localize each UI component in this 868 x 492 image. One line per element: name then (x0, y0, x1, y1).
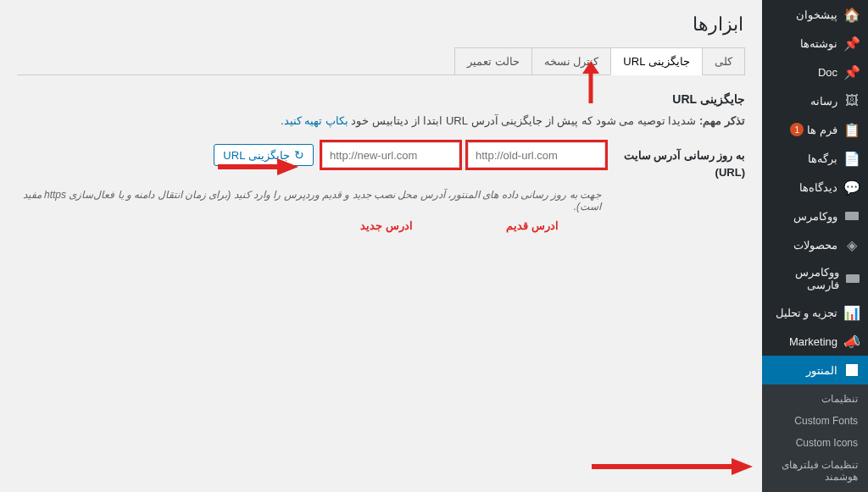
submenu-settings[interactable]: تنظیمات (762, 388, 868, 410)
sidebar-item-label: المنتور (806, 364, 837, 377)
elementor-icon (844, 362, 860, 378)
main-content: ابزارها کلی جایگزینی URL کنترل نسخه حالت… (0, 0, 762, 249)
old-url-input[interactable] (468, 142, 605, 168)
dashboard-icon: 🏠 (844, 7, 860, 22)
sidebar-item-comments[interactable]: 💬 دیدگاه‌ها (762, 173, 868, 202)
helper-text: جهت به روز رسانی داده های المنتور، آدرس … (17, 189, 601, 213)
admin-sidebar: 🏠 پیشخوان 📌 نوشته‌ها 📌 Doc 🖼 رسانه 📋 فرم… (762, 0, 868, 492)
sidebar-item-doc[interactable]: 📌 Doc (762, 58, 868, 86)
tabs: کلی جایگزینی URL کنترل نسخه حالت تعمیر (17, 47, 745, 75)
sidebar-item-media[interactable]: 🖼 رسانه (762, 86, 868, 115)
pin-icon: 📌 (844, 64, 860, 80)
sidebar-item-elementor[interactable]: المنتور (762, 356, 868, 384)
submenu-custom-icons[interactable]: Custom Icons (762, 432, 868, 454)
submenu-role-manager[interactable]: مدیریت نقش‌ها (762, 488, 868, 492)
page-icon: 📄 (844, 151, 860, 166)
sidebar-item-label: تجزیه و تحلیل (776, 307, 837, 319)
sidebar-item-label: برگه‌ها (808, 152, 837, 165)
sidebar-item-label: رسانه (810, 95, 837, 108)
annotation-arrow-sidebar (592, 456, 753, 478)
tab-general[interactable]: کلی (702, 47, 745, 75)
pin-icon: 📌 (844, 36, 860, 51)
inputs-wrap: ↻ جایگزینی URL (214, 142, 605, 168)
sidebar-item-pages[interactable]: 📄 برگه‌ها (762, 144, 868, 173)
warning-text: شدیدا توصیه می شود که پیش از جایگزینی آد… (351, 114, 696, 127)
product-icon: ◈ (844, 237, 860, 252)
svg-rect-1 (846, 274, 860, 283)
sidebar-item-label: محصولات (793, 239, 837, 252)
refresh-icon: ↻ (294, 148, 304, 162)
sidebar-item-woofa[interactable]: ووکامرس فارسی (762, 259, 868, 298)
tab-version-control[interactable]: کنترل نسخه (531, 47, 612, 75)
sidebar-item-marketing[interactable]: 📣 Marketing (762, 327, 868, 356)
section-replace-url: جایگزینی URL تذکر مهم: شدیدا توصیه می شو… (17, 92, 745, 232)
svg-rect-0 (845, 212, 859, 220)
sidebar-item-dashboard[interactable]: 🏠 پیشخوان (762, 0, 868, 29)
new-url-input[interactable] (322, 142, 459, 168)
old-caption: ادرس قدیم (464, 219, 601, 232)
megaphone-icon: 📣 (844, 334, 860, 349)
form-label: به روز رسانی آدرس سایت (URL) (605, 142, 745, 180)
warning-line: تذکر مهم: شدیدا توصیه می شود که پیش از ج… (17, 114, 745, 127)
backup-link[interactable]: بکاپ تهیه کنید (284, 114, 348, 127)
sidebar-item-posts[interactable]: 📌 نوشته‌ها (762, 29, 868, 58)
woo-icon (844, 208, 860, 224)
tab-replace-url[interactable]: جایگزینی URL (610, 47, 703, 75)
sidebar-submenu: تنظیمات Custom Fonts Custom Icons تنظیما… (762, 384, 868, 492)
sidebar-item-forms[interactable]: 📋 فرم ها 1 (762, 115, 868, 144)
page-title: ابزارها (17, 14, 743, 36)
woo-icon (846, 271, 860, 286)
sidebar-item-woocommerce[interactable]: ووکامرس (762, 202, 868, 230)
sidebar-item-products[interactable]: ◈ محصولات (762, 230, 868, 259)
submenu-custom-fonts[interactable]: Custom Fonts (762, 410, 868, 432)
form-row: به روز رسانی آدرس سایت (URL) ↻ جایگزینی … (17, 142, 745, 180)
warning-prefix: تذکر مهم: (699, 114, 745, 127)
sidebar-item-label: Doc (818, 66, 837, 79)
badge-count: 1 (790, 123, 804, 136)
media-icon: 🖼 (844, 93, 860, 108)
replace-url-button[interactable]: ↻ جایگزینی URL (214, 144, 314, 166)
sidebar-item-label: فرم ها (807, 124, 837, 136)
sidebar-item-label: دیدگاه‌ها (799, 181, 837, 194)
section-heading: جایگزینی URL (17, 92, 745, 106)
sidebar-item-label: ووکامرس (793, 210, 837, 223)
sidebar-item-label: Marketing (789, 335, 837, 348)
chart-icon: 📊 (844, 305, 860, 320)
captions-row: ادرس قدیم ادرس جدید (17, 216, 601, 232)
new-caption: ادرس جدید (318, 219, 455, 232)
sidebar-item-label: ووکامرس فارسی (767, 266, 839, 291)
replace-btn-label: جایگزینی URL (223, 149, 290, 162)
sidebar-item-label: نوشته‌ها (800, 37, 837, 50)
svg-rect-2 (846, 364, 858, 376)
sidebar-item-analytics[interactable]: 📊 تجزیه و تحلیل (762, 298, 868, 327)
tab-maintenance[interactable]: حالت تعمیر (454, 47, 532, 75)
svg-marker-8 (732, 458, 753, 475)
comment-icon: 💬 (844, 180, 860, 195)
form-icon: 📋 (844, 122, 860, 137)
sidebar-item-label: پیشخوان (796, 8, 837, 21)
submenu-smart-filters[interactable]: تنظیمات فیلترهای هوشمند (762, 454, 868, 488)
